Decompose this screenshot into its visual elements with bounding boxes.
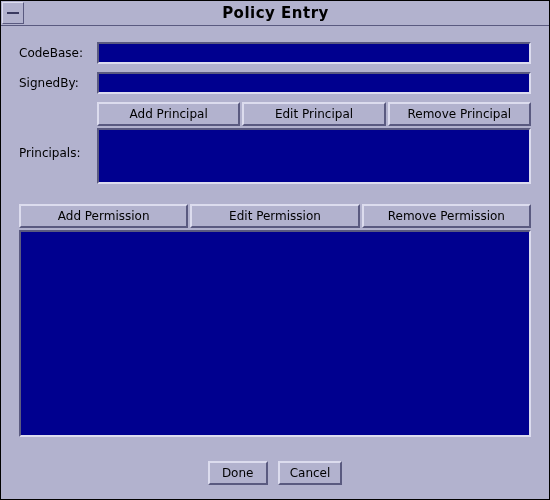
content-area: CodeBase: SignedBy: Add Principal Edit P… <box>1 26 549 499</box>
remove-principal-button[interactable]: Remove Principal <box>388 102 531 126</box>
done-button[interactable]: Done <box>208 461 268 485</box>
add-principal-button[interactable]: Add Principal <box>97 102 240 126</box>
codebase-label: CodeBase: <box>19 46 97 60</box>
principals-row: Principals: <box>19 128 531 184</box>
policy-entry-window: Policy Entry CodeBase: SignedBy: Add Pri… <box>0 0 550 500</box>
minimize-icon <box>7 12 19 14</box>
signedby-field[interactable] <box>97 72 531 94</box>
permissions-list[interactable] <box>19 230 531 437</box>
add-permission-button[interactable]: Add Permission <box>19 204 188 228</box>
principal-button-row: Add Principal Edit Principal Remove Prin… <box>97 102 531 126</box>
titlebar: Policy Entry <box>1 1 549 26</box>
signedby-label: SignedBy: <box>19 76 97 90</box>
signedby-row: SignedBy: <box>19 72 531 94</box>
principals-list[interactable] <box>97 128 531 184</box>
cancel-button[interactable]: Cancel <box>278 461 343 485</box>
codebase-row: CodeBase: <box>19 42 531 64</box>
permission-button-row: Add Permission Edit Permission Remove Pe… <box>19 204 531 228</box>
system-menu-button[interactable] <box>2 2 24 24</box>
principals-label: Principals: <box>19 128 97 160</box>
edit-principal-button[interactable]: Edit Principal <box>242 102 385 126</box>
edit-permission-button[interactable]: Edit Permission <box>190 204 359 228</box>
remove-permission-button[interactable]: Remove Permission <box>362 204 531 228</box>
dialog-button-row: Done Cancel <box>19 461 531 485</box>
window-title: Policy Entry <box>24 4 549 22</box>
codebase-field[interactable] <box>97 42 531 64</box>
